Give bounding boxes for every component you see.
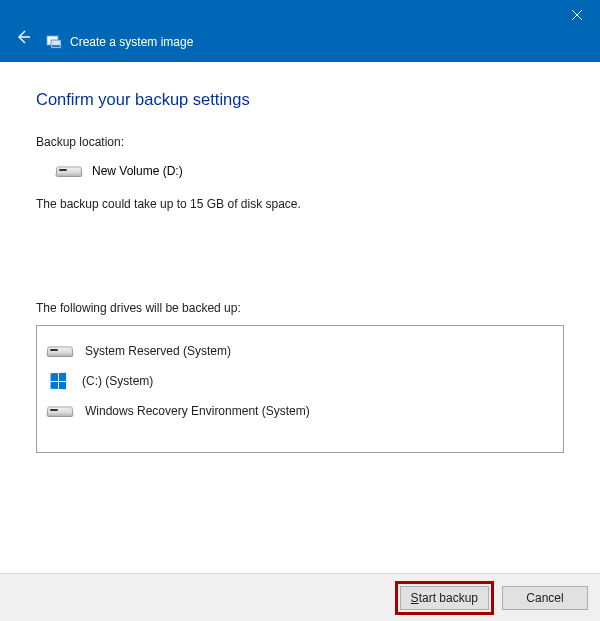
backup-location-row: New Volume (D:) (56, 163, 564, 179)
window-title-wrap: Create a system image (46, 34, 193, 50)
drive-row: System Reserved (System) (45, 336, 555, 366)
footer: Start backup Cancel (0, 573, 600, 621)
size-note: The backup could take up to 15 GB of dis… (36, 197, 564, 211)
windows-icon (51, 373, 67, 390)
drive-label: System Reserved (System) (85, 344, 231, 358)
close-icon (572, 10, 582, 20)
drive-label: Windows Recovery Environment (System) (85, 404, 310, 418)
drive-row: (C:) (System) (45, 366, 555, 396)
drives-list: System Reserved (System) (C:) (System) W… (36, 325, 564, 453)
cancel-button[interactable]: Cancel (502, 586, 588, 610)
close-button[interactable] (554, 0, 600, 30)
titlebar: Create a system image (0, 0, 600, 62)
hdd-icon (47, 343, 73, 359)
start-backup-button[interactable]: Start backup (400, 586, 489, 610)
backup-location-label: Backup location: (36, 135, 564, 149)
system-image-icon (46, 34, 62, 50)
page-heading: Confirm your backup settings (36, 90, 564, 109)
drives-label: The following drives will be backed up: (36, 301, 564, 315)
hdd-icon (56, 163, 82, 179)
content-area: Confirm your backup settings Backup loca… (0, 62, 600, 453)
hdd-icon (47, 403, 73, 419)
backup-location-value: New Volume (D:) (92, 164, 183, 178)
window-title: Create a system image (70, 35, 193, 49)
back-button[interactable] (14, 28, 32, 50)
svg-rect-5 (52, 45, 60, 47)
drive-label: (C:) (System) (82, 374, 153, 388)
start-backup-highlight: Start backup (395, 581, 494, 615)
back-arrow-icon (14, 28, 32, 46)
drive-row: Windows Recovery Environment (System) (45, 396, 555, 426)
